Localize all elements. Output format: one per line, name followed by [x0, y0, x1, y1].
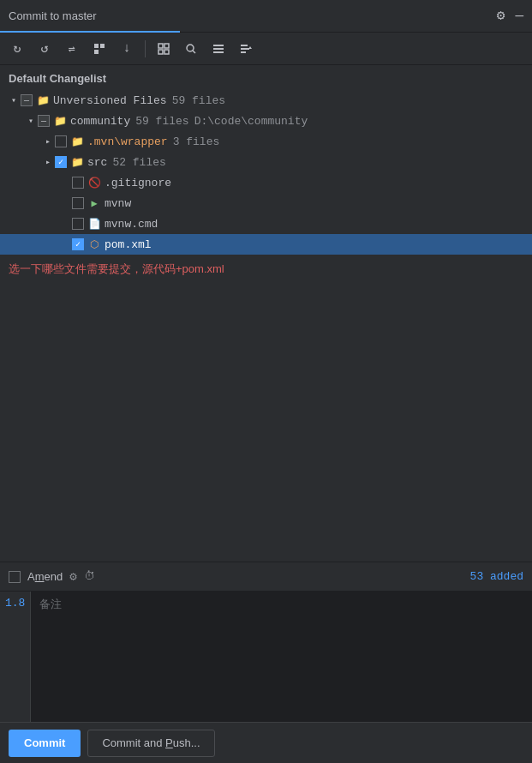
mvn-wrapper-label: .mvn\wrapper — [87, 135, 168, 148]
added-count: 53 added — [470, 570, 523, 583]
undo-button[interactable]: ↺ — [33, 37, 57, 61]
svg-rect-0 — [94, 44, 99, 48]
file-tree: Default Changelist ▾ — 📁 Unversioned Fil… — [0, 65, 532, 562]
unversioned-files-checkbox[interactable]: — — [21, 94, 33, 106]
annotation-area: 选一下哪些文件需要提交，源代码+pom.xml — [0, 255, 532, 297]
pom-xml-row[interactable]: ✓ ⬡ pom.xml — [0, 234, 532, 255]
svg-rect-3 — [158, 44, 163, 48]
window-title: Commit to master — [9, 9, 97, 22]
amend-settings-icon[interactable]: ⚙ — [69, 569, 76, 584]
mvn-wrapper-checkbox[interactable] — [55, 135, 67, 147]
svg-rect-10 — [213, 48, 224, 50]
window: Commit to master ⚙ — ↻ ↺ ⇌ ↓ De — [0, 0, 532, 763]
toolbar: ↻ ↺ ⇌ ↓ — [0, 33, 532, 65]
settings-icon[interactable]: ⚙ — [497, 9, 505, 23]
xml-icon: ⬡ — [87, 237, 101, 251]
diff-button[interactable]: ⇌ — [60, 37, 84, 61]
action-buttons: Commit Commit and Push... — [0, 722, 532, 763]
community-row[interactable]: ▾ — 📁 community 59 files D:\code\communi… — [0, 111, 532, 131]
changelist-header: Default Changelist — [0, 65, 532, 90]
gitignore-label: .gitignore — [105, 177, 171, 189]
amend-checkbox[interactable] — [9, 571, 21, 583]
svg-rect-14 — [241, 51, 246, 53]
git-ignore-icon: 🚫 — [87, 176, 101, 189]
commit-and-push-button[interactable]: Commit and Push... — [87, 730, 214, 757]
amend-label: Amend — [27, 570, 63, 583]
chevron-right-icon: ▸ — [41, 155, 55, 169]
src-label: src — [87, 156, 107, 169]
folder-icon: 📁 — [70, 135, 84, 148]
mvnw-label: mvnw — [105, 197, 131, 210]
pom-xml-checkbox[interactable]: ✓ — [72, 238, 84, 250]
mvn-wrapper-count: 3 files — [173, 135, 220, 148]
community-path: D:\code\community — [194, 115, 308, 128]
unversioned-files-row[interactable]: ▾ — 📁 Unversioned Files 59 files — [0, 90, 532, 111]
main-area: Default Changelist ▾ — 📁 Unversioned Fil… — [0, 65, 532, 763]
search-button[interactable] — [179, 37, 203, 61]
sort-button[interactable] — [234, 37, 258, 61]
list-view-button[interactable] — [206, 37, 230, 61]
amend-left: Amend ⚙ ⏱ — [9, 569, 95, 584]
svg-rect-11 — [213, 51, 224, 53]
svg-rect-1 — [100, 44, 105, 48]
svg-point-7 — [187, 45, 194, 51]
minimize-icon[interactable]: — — [515, 9, 523, 23]
community-count: 59 files — [135, 115, 188, 128]
progress-bar — [0, 31, 180, 33]
gitignore-checkbox[interactable] — [72, 177, 84, 189]
mvnw-cmd-label: mvnw.cmd — [105, 218, 158, 231]
commit-button[interactable]: Commit — [9, 730, 81, 757]
svg-rect-2 — [94, 50, 99, 54]
script-icon: ▶ — [87, 196, 101, 210]
chevron-down-icon: ▾ — [7, 93, 21, 107]
download-button[interactable]: ↓ — [115, 37, 139, 61]
src-checkbox[interactable]: ✓ — [55, 156, 67, 168]
toolbar-separator-1 — [145, 40, 146, 57]
amend-history-icon[interactable]: ⏱ — [84, 570, 95, 583]
title-icons: ⚙ — — [497, 9, 523, 23]
unversioned-files-label: Unversioned Files — [53, 94, 167, 107]
svg-line-8 — [193, 51, 195, 53]
layout-button[interactable] — [152, 37, 176, 61]
svg-rect-13 — [241, 48, 249, 50]
mvnw-cmd-checkbox[interactable] — [72, 218, 84, 230]
cmd-icon: 📄 — [87, 217, 101, 231]
mvnw-cmd-row[interactable]: 📄 mvnw.cmd — [0, 213, 532, 234]
svg-rect-5 — [158, 50, 163, 54]
move-button[interactable] — [87, 37, 111, 61]
src-row[interactable]: ▸ ✓ 📁 src 52 files — [0, 152, 532, 172]
pom-xml-label: pom.xml — [105, 238, 152, 251]
community-checkbox[interactable]: — — [38, 115, 50, 127]
annotation-text: 选一下哪些文件需要提交，源代码+pom.xml — [9, 262, 224, 275]
folder-icon: 📁 — [70, 155, 84, 169]
folder-icon: 📁 — [36, 93, 50, 107]
title-bar: Commit to master ⚙ — — [0, 0, 532, 33]
svg-rect-4 — [164, 44, 169, 48]
unversioned-files-count: 59 files — [172, 94, 225, 107]
svg-rect-12 — [241, 45, 248, 46]
community-label: community — [70, 115, 130, 128]
svg-rect-6 — [164, 50, 169, 54]
gitignore-row[interactable]: 🚫 .gitignore — [0, 172, 532, 193]
svg-marker-15 — [248, 46, 252, 49]
amend-bar: Amend ⚙ ⏱ 53 added — [0, 562, 532, 592]
mvnw-row[interactable]: ▶ mvnw — [0, 193, 532, 213]
chevron-right-icon: ▸ — [41, 135, 55, 148]
svg-rect-9 — [213, 45, 224, 46]
chevron-down-icon: ▾ — [24, 114, 38, 128]
src-count: 52 files — [112, 156, 165, 169]
mvn-wrapper-row[interactable]: ▸ 📁 .mvn\wrapper 3 files — [0, 131, 532, 152]
folder-icon: 📁 — [53, 114, 67, 128]
mvnw-checkbox[interactable] — [72, 197, 84, 209]
refresh-button[interactable]: ↻ — [5, 37, 29, 61]
